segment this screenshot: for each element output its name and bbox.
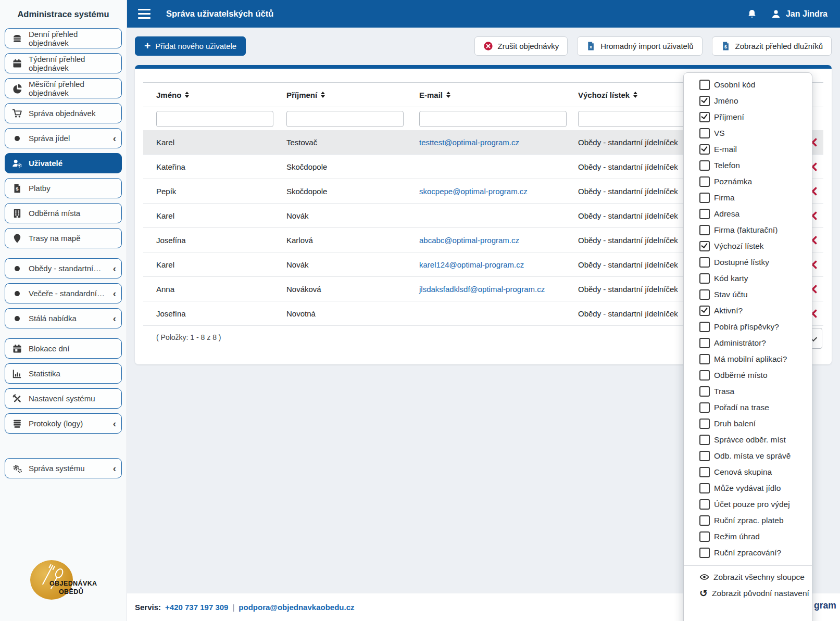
checkbox-icon[interactable] bbox=[699, 467, 710, 477]
reset-columns-action[interactable]: ↺ Zobrazit původní nastavení bbox=[684, 585, 812, 601]
sidebar-item-daily-orders[interactable]: Denní přehled objednávek bbox=[5, 28, 122, 48]
filter-first-name-input[interactable] bbox=[156, 111, 273, 127]
column-toggle-item[interactable]: Odběrné místo bbox=[684, 367, 812, 383]
checkbox-icon[interactable] bbox=[699, 419, 710, 429]
checkbox-icon[interactable] bbox=[699, 483, 710, 493]
checkbox-icon[interactable] bbox=[699, 306, 710, 316]
checkbox-icon[interactable] bbox=[699, 257, 710, 268]
checkbox-icon[interactable] bbox=[699, 193, 710, 203]
column-toggle-item[interactable]: Firma bbox=[684, 189, 812, 206]
column-toggle-item[interactable]: Druh balení bbox=[684, 415, 812, 432]
checkbox-icon[interactable] bbox=[699, 160, 710, 171]
sidebar-item-dinners-menu[interactable]: Večeře - standardní… ‹ bbox=[5, 283, 122, 303]
checkbox-icon[interactable] bbox=[699, 289, 710, 300]
checkbox-icon[interactable] bbox=[699, 402, 710, 413]
column-header-email[interactable]: E-mail bbox=[406, 91, 565, 99]
sidebar-item-weekly-orders[interactable]: Týdenní přehled objednávek bbox=[5, 53, 122, 73]
column-toggle-item[interactable]: Osobní kód bbox=[684, 77, 812, 93]
column-toggle-item[interactable]: Firma (fakturační) bbox=[684, 222, 812, 238]
checkbox-icon[interactable] bbox=[699, 128, 710, 138]
checkbox-icon[interactable] bbox=[699, 370, 710, 381]
support-phone-link[interactable]: +420 737 197 309 bbox=[165, 603, 228, 612]
debtors-button[interactable]: $ Zobrazit přehled dlužníků bbox=[712, 36, 832, 56]
column-toggle-item[interactable]: Odb. místa ve správě bbox=[684, 448, 812, 464]
checkbox-icon[interactable] bbox=[699, 209, 710, 219]
email-link[interactable]: karel124@optimal-program.cz bbox=[419, 260, 524, 269]
checkbox-icon[interactable] bbox=[699, 273, 710, 284]
column-toggle-item[interactable]: Může vydávat jídlo bbox=[684, 480, 812, 496]
checkbox-icon[interactable] bbox=[699, 354, 710, 364]
bell-icon[interactable] bbox=[747, 9, 757, 19]
column-toggle-item[interactable]: E-mail bbox=[684, 141, 812, 157]
column-toggle-item[interactable]: Poznámka bbox=[684, 173, 812, 189]
column-header-first-name[interactable]: Jméno bbox=[143, 91, 273, 99]
column-toggle-item[interactable]: Stav účtu bbox=[684, 286, 812, 302]
checkbox-icon[interactable] bbox=[699, 338, 710, 348]
sidebar-item-routes-map[interactable]: Trasy na mapě bbox=[5, 228, 122, 248]
email-link[interactable]: testtest@optimal-program.cz bbox=[419, 138, 519, 147]
column-toggle-item[interactable]: Pobírá příspěvky? bbox=[684, 319, 812, 335]
sidebar-item-system-management[interactable]: Správa systému ‹ bbox=[5, 458, 122, 478]
checkbox-icon[interactable] bbox=[699, 499, 710, 510]
filter-last-name-input[interactable] bbox=[286, 111, 404, 127]
sidebar-item-lunches-menu[interactable]: Obědy - standartní… ‹ bbox=[5, 258, 122, 278]
column-toggle-item[interactable]: Příjmení bbox=[684, 109, 812, 125]
column-toggle-item[interactable]: Dostupné lístky bbox=[684, 254, 812, 270]
bulk-import-button[interactable]: x Hromadný import uživatelů bbox=[577, 36, 702, 56]
checkbox-icon[interactable] bbox=[699, 241, 710, 251]
sidebar-item-blocked-days[interactable]: Blokace dní bbox=[5, 338, 122, 359]
checkbox-icon[interactable] bbox=[699, 322, 710, 332]
sidebar-item-permanent-offer[interactable]: Stálá nabídka ‹ bbox=[5, 308, 122, 328]
column-toggle-item[interactable]: Aktivní? bbox=[684, 302, 812, 319]
checkbox-icon[interactable] bbox=[699, 435, 710, 445]
menu-toggle-icon[interactable] bbox=[138, 9, 151, 19]
sidebar-item-users[interactable]: Uživatelé bbox=[5, 153, 122, 173]
cancel-orders-button[interactable]: Zrušit objednávky bbox=[474, 36, 568, 56]
filter-email-input[interactable] bbox=[419, 111, 567, 127]
checkbox-icon[interactable] bbox=[699, 515, 710, 526]
email-link[interactable]: skocpepe@optimal-program.cz bbox=[419, 187, 528, 196]
column-toggle-item[interactable]: Trasa bbox=[684, 383, 812, 399]
email-link[interactable]: abcabc@optimal-program.cz bbox=[419, 236, 519, 245]
column-toggle-item[interactable]: Pořadí na trase bbox=[684, 399, 812, 415]
checkbox-icon[interactable] bbox=[699, 386, 710, 397]
sidebar-item-pickup-points[interactable]: Odběrná místa bbox=[5, 203, 122, 223]
column-toggle-item[interactable]: Má mobilní aplikaci? bbox=[684, 351, 812, 367]
sidebar-item-order-management[interactable]: Správa objednávek bbox=[5, 103, 122, 123]
column-toggle-item[interactable]: Administrátor? bbox=[684, 335, 812, 351]
show-all-columns-action[interactable]: Zobrazit všechny sloupce bbox=[684, 569, 812, 585]
support-email-link[interactable]: podpora@objednavkaobedu.cz bbox=[239, 603, 354, 612]
column-toggle-item[interactable]: Adresa bbox=[684, 206, 812, 222]
checkbox-icon[interactable] bbox=[699, 225, 710, 235]
checkbox-icon[interactable] bbox=[699, 112, 710, 122]
column-header-last-name[interactable]: Příjmení bbox=[273, 91, 406, 99]
add-user-button[interactable]: + Přidat nového uživatele bbox=[135, 36, 246, 56]
sidebar-item-system-settings[interactable]: Nastavení systému bbox=[5, 388, 122, 409]
column-toggle-item[interactable]: Ruční zprac. plateb bbox=[684, 512, 812, 528]
column-toggle-item[interactable]: VS bbox=[684, 125, 812, 141]
checkbox-icon[interactable] bbox=[699, 144, 710, 155]
sidebar-item-meal-management[interactable]: Správa jídel ‹ bbox=[5, 128, 122, 148]
email-link[interactable]: jlsdaksfadklsdf@optimal-program.cz bbox=[419, 285, 545, 294]
column-toggle-item[interactable]: Režim úhrad bbox=[684, 528, 812, 544]
user-menu[interactable]: Jan Jindra bbox=[771, 9, 828, 19]
sidebar-item-payments[interactable]: $ Platby bbox=[5, 178, 122, 198]
column-toggle-item[interactable]: Jméno bbox=[684, 93, 812, 109]
column-toggle-item[interactable]: Správce odběr. míst bbox=[684, 432, 812, 448]
column-toggle-item[interactable]: Ruční zpracování? bbox=[684, 544, 812, 561]
sidebar-item-statistics[interactable]: Statistika bbox=[5, 363, 122, 384]
checkbox-icon[interactable] bbox=[699, 531, 710, 542]
column-toggle-item[interactable]: Výchozí lístek bbox=[684, 238, 812, 254]
cell-first-name: Josefína bbox=[143, 236, 273, 245]
checkbox-icon[interactable] bbox=[699, 176, 710, 187]
column-toggle-item[interactable]: Telefon bbox=[684, 157, 812, 173]
checkbox-icon[interactable] bbox=[699, 548, 710, 558]
sidebar-item-logs[interactable]: Protokoly (logy) ‹ bbox=[5, 413, 122, 434]
column-toggle-item[interactable]: Kód karty bbox=[684, 270, 812, 286]
column-toggle-item[interactable]: Účet pouze pro výdej bbox=[684, 496, 812, 512]
checkbox-icon[interactable] bbox=[699, 96, 710, 106]
checkbox-icon[interactable] bbox=[699, 451, 710, 461]
sidebar-item-monthly-orders[interactable]: Měsíční přehled objednávek bbox=[5, 78, 122, 98]
column-toggle-item[interactable]: Cenová skupina bbox=[684, 464, 812, 480]
checkbox-icon[interactable] bbox=[699, 80, 710, 90]
